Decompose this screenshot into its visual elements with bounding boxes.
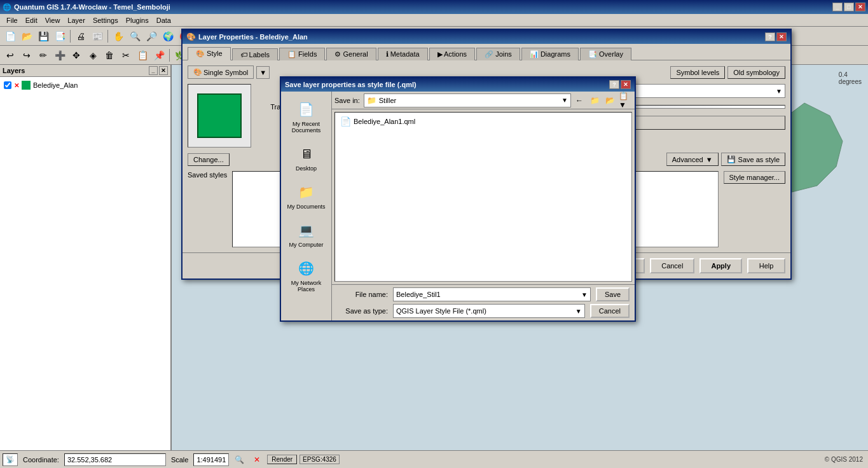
tab-diagrams-icon: 📊	[530, 50, 539, 58]
single-symbol-icon: 🎨	[193, 68, 202, 76]
go-back-button[interactable]: ←	[572, 94, 586, 107]
filename-value: Belediye_Stil1	[396, 291, 441, 298]
tab-style-label: Style	[207, 50, 222, 57]
layer-props-title-bar: 🎨 Layer Properties - Belediye_Alan ? ✕	[183, 30, 790, 44]
network-places-icon: 🌐	[296, 258, 317, 279]
my-documents-label: My Documents	[287, 203, 325, 210]
tab-general-icon: ⚙	[334, 50, 341, 58]
save-as-style-button[interactable]: 💾 Save as style	[721, 153, 785, 166]
filename-row: File name: Belediye_Stil1 ▼ Save	[337, 287, 630, 301]
sidebar-my-documents[interactable]: 📁 My Documents	[284, 179, 329, 212]
tab-fields-icon: 📋	[287, 50, 296, 58]
file-icon: 📄	[340, 116, 351, 127]
sidebar-recent-documents[interactable]: 📄 My Recent Documents	[284, 97, 329, 136]
save-in-dropdown[interactable]: 📁 Stiller ▼	[364, 93, 571, 107]
advanced-dropdown-icon: ▼	[706, 156, 713, 163]
tab-general[interactable]: ⚙ General	[326, 48, 376, 60]
layer-props-icon: 🎨	[186, 32, 196, 41]
sidebar-desktop[interactable]: 🖥 Desktop	[284, 141, 329, 174]
tab-metadata-icon: ℹ	[386, 50, 389, 58]
save-as-style-icon: 💾	[727, 155, 736, 163]
save-dialog-main: Save in: 📁 Stiller ▼ ← 📁 📂 📋▼ 📄 Be	[332, 92, 635, 320]
filename-input[interactable]: Belediye_Stil1 ▼	[393, 287, 591, 301]
filetype-label: Save as type:	[337, 307, 388, 315]
save-in-folder-icon: 📁	[367, 96, 376, 105]
view-options-button[interactable]: 📋▼	[618, 94, 632, 107]
change-symbol-button[interactable]: Change...	[188, 153, 230, 166]
apply-button[interactable]: Apply	[699, 258, 742, 273]
save-dialog-title-bar: Save layer properties as style file (.qm…	[281, 78, 635, 92]
filetype-row: Save as type: QGIS Layer Style File (*.q…	[337, 304, 630, 318]
filetype-value: QGIS Layer Style File (*.qml)	[396, 307, 486, 315]
save-in-dropdown-arrow: ▼	[561, 97, 568, 104]
symbol-levels-button[interactable]: Symbol levels	[670, 66, 725, 79]
filetype-dropdown-arrow[interactable]: ▼	[575, 308, 582, 315]
sidebar-network-places[interactable]: 🌐 My Network Places	[284, 256, 329, 295]
filetype-dropdown[interactable]: QGIS Layer Style File (*.qml) ▼	[393, 304, 585, 318]
tab-style-icon: 🎨	[196, 50, 205, 57]
dialog-overlay: 🎨 Layer Properties - Belediye_Alan ? ✕ 🎨…	[0, 0, 868, 468]
save-dialog-help-button[interactable]: ?	[609, 80, 619, 89]
tab-overlay[interactable]: 📑 Overlay	[580, 48, 631, 60]
my-computer-icon: 💻	[296, 220, 317, 240]
tab-labels-label: Labels	[249, 51, 270, 59]
layer-props-help-button[interactable]: ?	[765, 32, 775, 41]
save-dialog-title-text: Save layer properties as style file (.qm…	[285, 81, 417, 88]
style-manager-button[interactable]: Style manager...	[724, 171, 786, 184]
symbol-preview	[188, 84, 251, 148]
tab-joins-icon: 🔗	[485, 50, 493, 58]
single-symbol-button[interactable]: 🎨 Single Symbol	[188, 65, 254, 79]
save-style-dialog: Save layer properties as style file (.qm…	[280, 76, 636, 322]
my-documents-icon: 📁	[296, 182, 317, 202]
save-cancel-button[interactable]: Cancel	[590, 304, 630, 318]
desktop-icon: 🖥	[296, 144, 317, 164]
help-button[interactable]: Help	[747, 258, 785, 273]
cancel-button[interactable]: Cancel	[650, 258, 694, 273]
layer-props-title: Layer Properties - Belediye_Alan	[198, 33, 308, 41]
filename-dropdown-arrow[interactable]: ▼	[581, 291, 588, 298]
save-dialog-body: 📄 My Recent Documents 🖥 Desktop 📁 My Doc…	[281, 92, 635, 320]
unit-dropdown-arrow: ▼	[776, 88, 782, 95]
symbol-type-dropdown[interactable]: ▼	[256, 66, 270, 79]
save-dialog-sidebar: 📄 My Recent Documents 🖥 Desktop 📁 My Doc…	[281, 92, 332, 320]
save-as-style-label: Save as style	[738, 156, 780, 163]
desktop-label: Desktop	[296, 165, 317, 172]
save-dialog-close-button[interactable]: ✕	[621, 80, 631, 89]
tab-actions[interactable]: ▶ Actions	[429, 48, 476, 60]
filename-label: File name:	[337, 291, 388, 298]
tab-joins[interactable]: 🔗 Joins	[476, 48, 520, 60]
tab-labels[interactable]: 🏷 Labels	[232, 48, 278, 60]
network-places-label: My Network Places	[287, 280, 326, 292]
tab-diagrams-label: Diagrams	[541, 50, 570, 58]
tab-joins-label: Joins	[495, 50, 512, 58]
sidebar-my-computer[interactable]: 💻 My Computer	[284, 217, 329, 251]
file-item[interactable]: 📄 Belediye_Alan1.qml	[338, 115, 629, 128]
my-computer-label: My Computer	[289, 242, 323, 248]
new-folder-button-2[interactable]: 📂	[603, 94, 617, 107]
tab-fields[interactable]: 📋 Fields	[279, 48, 325, 60]
recent-documents-label: My Recent Documents	[287, 121, 326, 134]
single-symbol-label: Single Symbol	[203, 69, 248, 76]
tabs-bar: 🎨 Style 🏷 Labels 📋 Fields ⚙ General ℹ Me…	[183, 44, 790, 60]
tab-labels-icon: 🏷	[240, 51, 247, 59]
file-list[interactable]: 📄 Belediye_Alan1.qml	[334, 112, 632, 282]
tab-actions-icon: ▶	[437, 50, 443, 58]
new-folder-button[interactable]: 📁	[588, 94, 602, 107]
style-right-buttons: Symbol levels Old symbology	[670, 66, 785, 79]
layer-props-title-buttons: ? ✕	[765, 32, 787, 41]
save-in-label: Save in:	[334, 97, 360, 104]
save-button[interactable]: Save	[596, 287, 630, 301]
file-name: Belediye_Alan1.qml	[354, 118, 415, 125]
tab-metadata[interactable]: ℹ Metadata	[378, 48, 428, 60]
tab-style[interactable]: 🎨 Style	[188, 47, 231, 60]
tab-general-label: General	[343, 50, 368, 58]
save-in-folder-name: Stiller	[379, 97, 397, 104]
symbol-square	[197, 93, 242, 138]
advanced-button[interactable]: Advanced ▼	[666, 153, 719, 166]
tab-diagrams[interactable]: 📊 Diagrams	[521, 48, 579, 60]
tab-metadata-label: Metadata	[390, 50, 420, 58]
old-symbology-button[interactable]: Old symbology	[727, 66, 785, 79]
right-style-buttons: Advanced ▼ 💾 Save as style	[666, 153, 785, 166]
layer-props-close-button[interactable]: ✕	[776, 32, 787, 41]
save-dialog-title-buttons: ? ✕	[609, 80, 631, 89]
